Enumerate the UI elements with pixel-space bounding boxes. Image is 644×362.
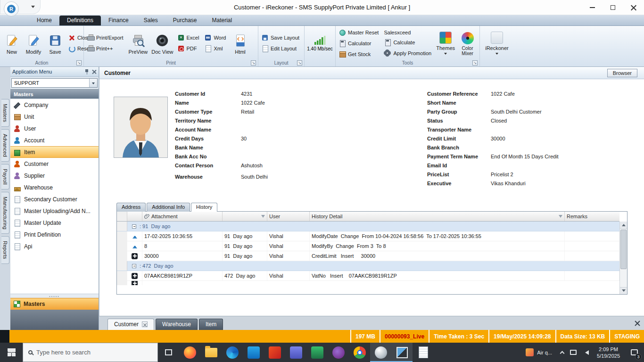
grid-row[interactable]: 17-02-2025 10:36:55 91 Day ago Vishal Mo… — [117, 231, 619, 241]
scroll-up-button[interactable] — [620, 222, 627, 229]
new-button[interactable]: New — [1, 32, 22, 55]
sidebar-item-item[interactable]: Item — [10, 146, 99, 158]
save-layout-button[interactable]: Save Layout — [260, 33, 302, 42]
grid-row-partial[interactable] — [117, 281, 619, 285]
field-name[interactable]: 1022 Cafe — [241, 100, 265, 106]
tab-address[interactable]: Address — [116, 203, 146, 212]
doc-tab-item[interactable]: Item — [199, 319, 223, 330]
field-contact-person[interactable]: Ashutosh — [241, 163, 263, 168]
field-executive[interactable]: Vikas Khanduri — [491, 181, 526, 186]
taskbar-app-edge[interactable] — [222, 343, 243, 362]
taskbar-app-teams[interactable] — [285, 343, 306, 362]
volume-icon[interactable] — [583, 350, 589, 355]
grid-header-user[interactable]: User — [267, 212, 310, 221]
modify-button[interactable]: Modify — [23, 32, 44, 55]
news-widget-button[interactable]: Air q... — [521, 343, 557, 362]
sidebar-item-api[interactable]: Api — [10, 240, 99, 252]
sidebar-item-customer[interactable]: Customer — [10, 158, 99, 170]
pin-icon[interactable] — [84, 69, 89, 74]
support-dropdown[interactable]: SUPPORT — [11, 78, 98, 88]
get-stock-button[interactable]: Get Stock — [337, 49, 381, 59]
preview-button[interactable]: PreView — [127, 32, 149, 55]
sidebar-item-master-uploading[interactable]: Master Uploading/Add N... — [10, 205, 99, 217]
tab-sales[interactable]: Sales — [136, 16, 165, 25]
doc-view-button[interactable]: Doc View — [150, 32, 174, 55]
export-xml-button[interactable]: Xml — [203, 44, 229, 53]
export-html-button[interactable]: Html — [230, 32, 251, 55]
field-party-group[interactable]: South Delhi Customer — [491, 109, 542, 115]
quick-access-caret-icon[interactable] — [31, 6, 35, 10]
masters-group-header[interactable]: Masters — [10, 89, 99, 99]
grid-row[interactable]: 30000 91 Day ago Vishal CreditLimit Inse… — [117, 251, 619, 261]
edit-layout-button[interactable]: Edit Layout — [260, 44, 302, 53]
chevron-up-icon[interactable] — [560, 351, 565, 355]
print-export-button[interactable]: Print/Export — [85, 33, 126, 42]
print-plus-button[interactable]: Print++ — [85, 44, 126, 53]
display-icon[interactable] — [570, 350, 577, 355]
browser-button[interactable]: Browser — [607, 69, 637, 77]
sidebar-item-secondary-customer[interactable]: Secondary Customer — [10, 193, 99, 205]
calculate-button[interactable]: Calculate — [382, 38, 434, 47]
sidebar-item-supplier[interactable]: Supplier — [10, 170, 99, 181]
sidebar-item-print-definition[interactable]: Print Definition — [10, 229, 99, 240]
taskbar-app-chrome[interactable] — [349, 343, 370, 362]
layout-dialog-launcher-icon[interactable]: ↘ — [297, 60, 302, 66]
grid-header-history-detail[interactable]: History Detail — [310, 212, 565, 221]
panel-resize-grip[interactable]: ••••• — [10, 294, 99, 298]
close-panel-icon[interactable] — [92, 69, 97, 74]
taskbar-app-excel[interactable] — [306, 343, 328, 362]
export-pdf-button[interactable]: PDF — [176, 44, 202, 53]
sidebar-item-unit[interactable]: Unit — [10, 111, 99, 123]
tab-additional-info[interactable]: Additional Info — [147, 203, 190, 212]
field-customer-reference[interactable]: 1022 Cafe — [491, 91, 515, 97]
taskbar-app-visual-studio[interactable] — [328, 343, 349, 362]
app-logo-icon[interactable]: R — [4, 1, 19, 16]
doc-tab-customer[interactable]: Customer — [107, 319, 154, 330]
tab-finance[interactable]: Finance — [101, 16, 136, 25]
taskbar-app-outlook[interactable] — [243, 343, 264, 362]
taskbar-app-notepad[interactable] — [413, 343, 434, 362]
grid-group-row[interactable]: : 472 Day ago — [117, 261, 619, 271]
vertical-scrollbar[interactable] — [619, 222, 627, 294]
vertical-tab-manufacturing[interactable]: Manufacturing — [1, 192, 9, 234]
taskbar-clock[interactable]: 2:09 PM 5/19/2025 — [593, 343, 624, 362]
field-credit-limit[interactable]: 30000 — [491, 136, 505, 141]
grid-header-remarks[interactable]: Remarks — [565, 212, 619, 221]
tab-definitions[interactable]: Definitions — [59, 16, 101, 25]
tools-dialog-launcher-icon[interactable]: ↘ — [472, 60, 478, 66]
taskbar-app-ireckoner[interactable] — [370, 343, 391, 362]
action-center-button[interactable]: 3 — [624, 343, 644, 362]
minimize-button[interactable] — [582, 0, 603, 15]
close-window-button[interactable] — [623, 0, 644, 15]
vertical-tab-reports[interactable]: Reports — [1, 236, 9, 264]
vertical-tab-payroll[interactable]: Payroll — [1, 164, 9, 189]
field-status[interactable]: Closed — [491, 118, 507, 123]
vertical-tab-masters[interactable]: Masters — [1, 99, 9, 127]
taskbar-app-firefox[interactable] — [179, 343, 200, 362]
scrollbar-thumb[interactable] — [620, 230, 627, 269]
sidebar-item-company[interactable]: Company — [10, 99, 99, 111]
master-reset-button[interactable]: Master Reset — [337, 28, 381, 37]
taskbar-search[interactable] — [23, 343, 158, 362]
action-dialog-launcher-icon[interactable]: ↘ — [76, 60, 82, 66]
ireckoner-menu-button[interactable]: iReckoner — [484, 30, 510, 57]
field-customer-type[interactable]: Retail — [241, 109, 254, 115]
sidebar-item-master-update[interactable]: Master Update — [10, 217, 99, 229]
themes-button[interactable]: Themes — [435, 30, 456, 57]
restore-button[interactable] — [603, 0, 623, 15]
field-credit-days[interactable]: 30 — [241, 136, 247, 141]
tab-history[interactable]: History — [191, 203, 217, 212]
taskbar-app-office365[interactable] — [264, 343, 285, 362]
tab-home[interactable]: Home — [29, 16, 59, 25]
search-input[interactable] — [36, 349, 135, 356]
start-button[interactable] — [0, 343, 23, 362]
doc-tab-warehouse[interactable]: Warehouse — [156, 319, 198, 330]
export-excel-button[interactable]: Excel — [176, 33, 202, 42]
scroll-down-button[interactable] — [620, 287, 627, 294]
filter-icon[interactable] — [261, 215, 265, 220]
apply-promotion-button[interactable]: Apply Promotion — [382, 49, 434, 58]
field-warehouse[interactable]: South Delhi — [241, 174, 268, 180]
collapse-icon[interactable] — [132, 224, 136, 229]
taskbar-app-file-explorer[interactable] — [200, 343, 222, 362]
sidebar-item-account[interactable]: Account — [10, 134, 99, 146]
